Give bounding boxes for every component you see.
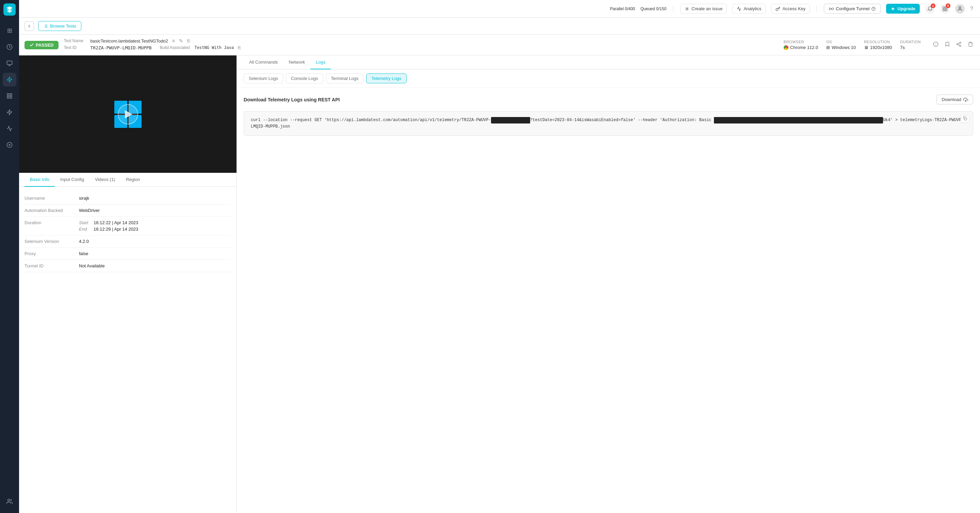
upgrade-icon <box>891 6 895 11</box>
svg-point-34 <box>957 44 958 45</box>
browser-label: Browser <box>784 40 818 44</box>
tunnel-label: Tunnel ID <box>24 263 79 268</box>
basic-info-section: Username sirajk Automation Backed WebDri… <box>19 187 237 513</box>
list-icon <box>43 24 48 29</box>
duration-times: Start 16:12:22 | Apr 14 2023 End 16:12:2… <box>79 220 138 232</box>
edit-icon[interactable]: ✎ <box>179 38 183 44</box>
parallel-label: Parallel <box>610 6 624 11</box>
sidebar-icon-test[interactable] <box>3 56 16 70</box>
resolution-label: Resolution <box>864 40 892 44</box>
status-badge: PASSED <box>24 41 59 49</box>
upgrade-button[interactable]: Upgrade <box>886 4 920 14</box>
menu-icon[interactable]: ≡ <box>172 38 175 44</box>
svg-rect-1 <box>7 61 12 65</box>
create-issue-button[interactable]: Create an issue <box>680 4 727 14</box>
selenium-label: Selenium Version <box>24 239 79 244</box>
sidebar-icon-automation[interactable] <box>3 73 16 86</box>
parallel-value: 0/400 <box>625 6 635 11</box>
topbar-divider1 <box>673 5 673 12</box>
info-icon <box>933 41 939 47</box>
sub-tab-selenium[interactable]: Selenium Logs <box>243 73 283 83</box>
sub-tab-telemetry[interactable]: Telemetry Logs <box>366 73 406 83</box>
bookmark-icon <box>945 41 950 47</box>
help-icon[interactable]: ? <box>970 6 973 12</box>
svg-point-15 <box>831 8 832 10</box>
sidebar-icon-visual[interactable] <box>3 89 16 103</box>
spec-resolution: Resolution 🖥 1920x1080 <box>864 40 892 50</box>
tab-region[interactable]: Region <box>121 173 145 187</box>
share-button[interactable] <box>955 40 963 50</box>
test-id-label: Test ID <box>64 45 88 50</box>
proxy-value: false <box>79 251 88 256</box>
resolution-value: 🖥 1920x1080 <box>864 45 892 50</box>
copy-code-button[interactable] <box>961 115 969 123</box>
username-row: Username sirajk <box>24 192 231 205</box>
sidebar-icon-history[interactable] <box>3 40 16 54</box>
svg-rect-21 <box>945 9 947 11</box>
svg-marker-4 <box>7 77 12 82</box>
apps-badge: 5 <box>946 3 950 8</box>
svg-marker-18 <box>891 7 895 11</box>
sub-tab-console[interactable]: Console Logs <box>286 73 323 83</box>
code-content: curl --location --request GET 'https://a… <box>251 118 964 129</box>
svg-line-36 <box>958 44 960 46</box>
download-label: Download <box>942 97 961 102</box>
log-tabs: All Commands Network Logs <box>237 56 980 69</box>
sidebar-icon-speed[interactable] <box>3 105 16 119</box>
app-logo[interactable] <box>3 3 16 16</box>
sidebar-icon-dashboard[interactable]: ⊞ <box>3 24 16 37</box>
copy-name-icon[interactable]: ⎘ <box>187 38 190 44</box>
content-area: Basic Info Input Config Videos (1) Regio… <box>19 56 980 513</box>
username-label: Username <box>24 195 79 201</box>
browse-tests-label: Browse Tests <box>50 24 76 29</box>
video-player[interactable] <box>19 56 237 173</box>
os-value: ⊞ Windows 10 <box>826 45 856 50</box>
notifications-button[interactable]: 1 <box>925 4 935 14</box>
svg-point-33 <box>959 42 961 43</box>
tab-network[interactable]: Network <box>283 56 311 69</box>
configure-tunnel-button[interactable]: Configure Tunnel <box>824 4 881 14</box>
sidebar-icon-analytics[interactable] <box>3 122 16 135</box>
svg-rect-7 <box>10 97 12 98</box>
proxy-row: Proxy false <box>24 248 231 260</box>
analytics-button[interactable]: Analytics <box>732 4 765 14</box>
back-button[interactable] <box>24 21 34 31</box>
selenium-value: 4.2.0 <box>79 239 89 244</box>
start-value: 16:12:22 | Apr 14 2023 <box>94 220 138 225</box>
play-button[interactable] <box>118 104 138 124</box>
check-icon <box>29 43 34 47</box>
tab-input-config[interactable]: Input Config <box>55 173 89 187</box>
user-avatar[interactable] <box>955 4 965 14</box>
browse-tests-button[interactable]: Browse Tests <box>38 21 81 31</box>
bookmark-button[interactable] <box>943 40 951 50</box>
copy-icon <box>963 116 967 121</box>
tab-videos[interactable]: Videos (1) <box>89 173 121 187</box>
sidebar-icon-users[interactable] <box>3 495 16 508</box>
svg-rect-6 <box>10 94 12 95</box>
copy-id-icon[interactable]: ⎘ <box>238 45 240 50</box>
chrome-icon <box>784 45 788 50</box>
end-label: End <box>79 227 91 232</box>
sub-log-tabs: Selenium Logs Console Logs Terminal Logs… <box>237 69 980 88</box>
svg-point-23 <box>959 7 961 8</box>
apps-button[interactable]: 5 <box>940 4 950 14</box>
analytics-label: Analytics <box>743 6 761 11</box>
download-header: Download Telemetry Logs using REST API D… <box>243 95 973 105</box>
sidebar-icon-plus[interactable] <box>3 138 16 152</box>
access-key-label: Access Key <box>782 6 805 11</box>
question-icon <box>872 7 875 11</box>
tunnel-row: Tunnel ID Not Available <box>24 260 231 272</box>
start-label: Start <box>79 220 91 225</box>
info-button[interactable] <box>932 40 940 50</box>
duration-values: Start 16:12:22 | Apr 14 2023 End 16:12:2… <box>79 220 138 232</box>
telemetry-title: Download Telemetry Logs using REST API <box>243 97 340 102</box>
tab-logs[interactable]: Logs <box>310 56 331 69</box>
tab-basic-info[interactable]: Basic Info <box>24 173 55 187</box>
delete-button[interactable] <box>966 40 975 50</box>
share-icon <box>956 41 962 47</box>
sub-tab-terminal[interactable]: Terminal Logs <box>326 73 364 83</box>
download-button[interactable]: Download <box>937 95 973 105</box>
build-associated-label: Build Associated <box>160 45 190 50</box>
access-key-button[interactable]: Access Key <box>771 4 810 14</box>
tab-all-commands[interactable]: All Commands <box>243 56 283 69</box>
